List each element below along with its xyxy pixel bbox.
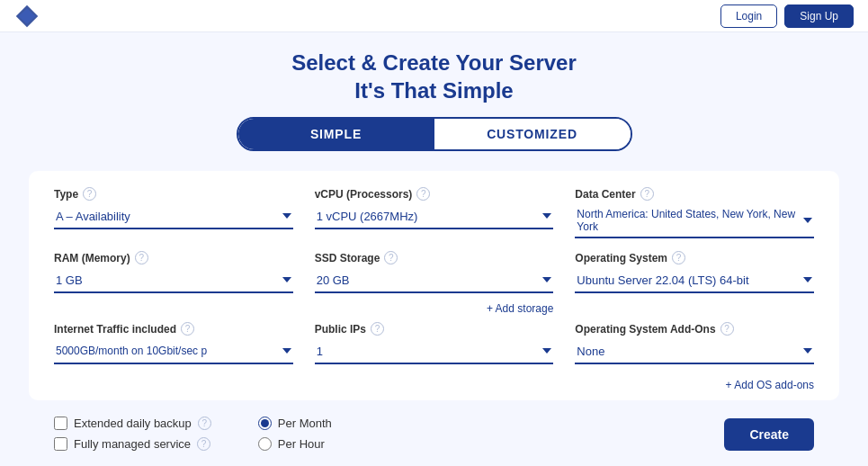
page-title: Select & Create Your Server It's That Si…: [0, 49, 868, 104]
os-addons-help-icon[interactable]: ?: [720, 322, 734, 336]
public-ips-label: Public IPs: [315, 323, 366, 336]
login-button[interactable]: Login: [720, 4, 777, 28]
os-field: Operating System ? Ubuntu Server 22.04 (…: [575, 251, 814, 293]
add-os-link[interactable]: + Add OS add-ons: [575, 379, 814, 391]
billing-group: Per Month Per Hour: [258, 417, 332, 451]
signup-button[interactable]: Sign Up: [784, 4, 854, 28]
extended-backup-row: Extended daily backup ?: [54, 417, 211, 430]
managed-service-label: Fully managed service: [74, 437, 191, 451]
ram-chevron-icon: [282, 277, 291, 282]
type-label-row: Type ?: [54, 187, 293, 201]
spacer2: [575, 306, 814, 322]
tab-container: SIMPLE CUSTOMIZED: [237, 117, 632, 151]
form-section: Type ? A – Availability vCPU (Processors…: [29, 171, 839, 400]
os-addons-chevron-icon: [803, 348, 812, 354]
checkbox-group: Extended daily backup ? Fully managed se…: [54, 417, 211, 451]
spacer3: [54, 377, 293, 391]
ssd-field: SSD Storage ? 20 GB: [315, 251, 554, 293]
vcpu-field: vCPU (Processors) ? 1 vCPU (2667MHz): [315, 187, 554, 238]
extended-backup-checkbox[interactable]: [54, 417, 67, 430]
managed-service-row: Fully managed service ?: [54, 437, 211, 451]
ram-value: 1 GB: [56, 273, 83, 287]
page-title-line1: Select & Create Your Server: [291, 50, 577, 75]
ssd-select[interactable]: 20 GB: [315, 268, 554, 293]
type-chevron-icon: [282, 213, 291, 219]
tab-customized[interactable]: CUSTOMIZED: [434, 119, 631, 149]
vcpu-help-icon[interactable]: ?: [416, 187, 430, 201]
bottom-section: Extended daily backup ? Fully managed se…: [29, 409, 839, 458]
ram-label: RAM (Memory): [54, 252, 130, 264]
vcpu-chevron-icon: [542, 213, 551, 219]
datacenter-select[interactable]: North America: United States, New York, …: [575, 204, 814, 238]
os-label: Operating System: [575, 252, 667, 264]
traffic-label-row: Internet Traffic included ?: [54, 322, 293, 336]
per-hour-label: Per Hour: [278, 437, 325, 451]
logo: [14, 4, 40, 32]
vcpu-value: 1 vCPU (2667MHz): [317, 210, 418, 223]
ssd-chevron-icon: [542, 277, 551, 282]
ram-select[interactable]: 1 GB: [54, 268, 293, 293]
spacer4: [315, 377, 554, 391]
datacenter-label: Data Center: [575, 188, 635, 201]
ssd-help-icon[interactable]: ?: [384, 251, 398, 264]
public-ips-help-icon[interactable]: ?: [371, 322, 384, 336]
vcpu-label: vCPU (Processors): [315, 188, 413, 201]
os-addons-value: None: [577, 345, 604, 358]
extended-backup-help-icon[interactable]: ?: [198, 417, 211, 430]
public-ips-value: 1: [317, 345, 323, 358]
page-title-line2: It's That Simple: [354, 78, 513, 103]
managed-service-checkbox[interactable]: [54, 437, 67, 451]
add-storage-link[interactable]: + Add storage: [315, 302, 554, 315]
managed-service-help-icon[interactable]: ?: [197, 437, 210, 451]
public-ips-label-row: Public IPs ?: [315, 322, 554, 336]
public-ips-field: Public IPs ? 1: [315, 322, 554, 364]
tab-switch: SIMPLE CUSTOMIZED: [0, 117, 868, 151]
datacenter-help-icon[interactable]: ?: [640, 187, 654, 201]
datacenter-value: North America: United States, New York, …: [577, 208, 803, 233]
traffic-field: Internet Traffic included ? 5000GB/month…: [54, 322, 293, 364]
vcpu-label-row: vCPU (Processors) ?: [315, 187, 554, 201]
ssd-label-row: SSD Storage ?: [315, 251, 554, 264]
os-select[interactable]: Ubuntu Server 22.04 (LTS) 64-bit: [575, 268, 814, 293]
ram-help-icon[interactable]: ?: [135, 251, 148, 264]
vcpu-select[interactable]: 1 vCPU (2667MHz): [315, 204, 554, 229]
type-field: Type ? A – Availability: [54, 187, 293, 238]
extended-backup-label: Extended daily backup: [74, 417, 192, 430]
tab-simple[interactable]: SIMPLE: [238, 119, 434, 149]
os-help-icon[interactable]: ?: [672, 251, 685, 264]
type-label: Type: [54, 188, 78, 201]
datacenter-label-row: Data Center ?: [575, 187, 814, 201]
ram-field: RAM (Memory) ? 1 GB: [54, 251, 293, 293]
os-chevron-icon: [803, 277, 812, 282]
type-select[interactable]: A – Availability: [54, 204, 293, 229]
traffic-chevron-icon: [282, 348, 291, 354]
per-month-radio[interactable]: [258, 417, 272, 430]
os-label-row: Operating System ?: [575, 251, 814, 264]
per-month-row: Per Month: [258, 417, 332, 430]
spacer1: [54, 306, 293, 322]
public-ips-chevron-icon: [542, 348, 551, 354]
top-bar: Login Sign Up: [0, 0, 868, 32]
per-hour-row: Per Hour: [258, 437, 332, 451]
datacenter-chevron-icon: [803, 218, 812, 223]
traffic-label: Internet Traffic included: [54, 323, 176, 336]
ram-label-row: RAM (Memory) ?: [54, 251, 293, 264]
os-addons-label-row: Operating System Add-Ons ?: [575, 322, 814, 336]
public-ips-select[interactable]: 1: [315, 339, 554, 364]
per-hour-radio[interactable]: [258, 437, 272, 451]
os-addons-label: Operating System Add-Ons: [575, 323, 715, 336]
type-value: A – Availability: [56, 210, 130, 223]
datacenter-field: Data Center ? North America: United Stat…: [575, 187, 814, 238]
os-addons-select[interactable]: None: [575, 339, 814, 364]
traffic-value: 5000GB/month on 10Gbit/sec p: [56, 345, 207, 357]
per-month-label: Per Month: [278, 417, 332, 430]
os-addons-field: Operating System Add-Ons ? None: [575, 322, 814, 364]
form-grid: Type ? A – Availability vCPU (Processors…: [54, 187, 814, 391]
create-button[interactable]: Create: [724, 418, 814, 451]
ssd-value: 20 GB: [317, 273, 350, 287]
traffic-select[interactable]: 5000GB/month on 10Gbit/sec p: [54, 339, 293, 364]
os-value: Ubuntu Server 22.04 (LTS) 64-bit: [577, 273, 748, 287]
type-help-icon[interactable]: ?: [83, 187, 96, 201]
traffic-help-icon[interactable]: ?: [181, 322, 194, 336]
ssd-label: SSD Storage: [315, 252, 380, 264]
